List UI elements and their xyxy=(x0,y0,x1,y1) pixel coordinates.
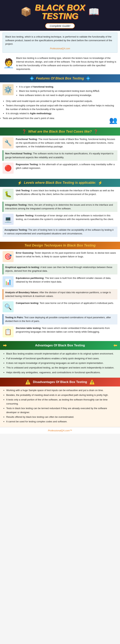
unit-desc: It uses black box testing to evaluate th… xyxy=(16,189,114,196)
levels-header: ⚡ Levels where Black Box Testing is appl… xyxy=(0,179,120,187)
warning-icon-2: ⚠️ xyxy=(89,380,95,385)
acceptance-title: Acceptance Testing: xyxy=(4,228,28,231)
regression-icon: 🔴 xyxy=(2,162,14,174)
intro-box: Black box testing, which is a critical t… xyxy=(2,32,118,52)
pairs-box: Testing in Pairs: Test case deploying al… xyxy=(2,314,118,324)
feature-bullet-1: It is a type of functional testing. xyxy=(19,85,100,89)
features-title: Features Of Black Box Testing xyxy=(36,76,84,80)
boundary-title: Analysis of Boundary Values: xyxy=(5,291,39,294)
header: 📦 BLACK BOX TESTING 📖 xyxy=(0,0,120,22)
regression-text: Regression Testing: In the aftermath of … xyxy=(16,162,118,170)
graphical-title: Graphical approach to testing: xyxy=(5,266,40,268)
header-subtitle: Complete Guide! xyxy=(45,23,75,28)
integration-box: Integration Testing: Here, the aim of te… xyxy=(2,202,118,212)
footer: ProfessionalQA.com™ xyxy=(0,427,120,434)
comparison-item: 🔍 Comparison testing: Test case borne ou… xyxy=(2,301,118,312)
arrow-right-icon: ⬅ xyxy=(114,343,117,348)
test-case-regression: 🔴 Regression Testing: In the aftermath o… xyxy=(2,162,118,174)
boundary-box: Analysis of Boundary Values: After the d… xyxy=(2,289,118,300)
advantages-section: Black Box testing enables smooth impleme… xyxy=(0,350,120,378)
levels-section: 🐛 Unit Testing: It uses black box testin… xyxy=(0,187,120,240)
decision-text: Decision table testing: Test cases which… xyxy=(16,326,118,334)
arrow-left-icon: ➡ xyxy=(3,343,6,348)
person-icon: 🧑‍💼 xyxy=(3,56,14,71)
features-section-header: 💠 Features Of Black Box Testing 💠 xyxy=(0,74,120,82)
main-container: 📦 BLACK BOX TESTING 📖 Complete Guide! Bl… xyxy=(0,0,120,434)
levels-title: Levels where Black Box Testing is applic… xyxy=(24,181,96,185)
disadvantage-1: Working with a huge Sample space of test… xyxy=(6,388,118,392)
comparison-icon: 🔍 xyxy=(2,301,14,312)
error-title: Error Guessing: xyxy=(16,252,34,254)
comparison-desc: Test case borne out of the comparison of… xyxy=(40,302,114,304)
equivalence-text: Equivalence partitioning: The test case … xyxy=(16,276,118,284)
functional-title: Functional Testing: xyxy=(16,138,38,140)
feature-bullet-3: Here software testers do not need in-dep… xyxy=(19,94,100,97)
design-title: Test Design Techniques In Black Box Test… xyxy=(24,244,96,248)
pairs-title: Testing in Pairs: xyxy=(5,316,24,319)
lightning-icon: ⚡ xyxy=(18,181,22,185)
comparison-text: Comparison testing: Test case borne out … xyxy=(16,301,114,305)
feature-bullet-6: It is strongly related to Agile methodol… xyxy=(6,112,118,115)
functional-text: Functional Testing: The most favoured mo… xyxy=(16,138,118,148)
advantage-2: Full knowledge of functional specificati… xyxy=(6,356,118,360)
error-text: Error Guessing: Tester depends on his pa… xyxy=(16,251,118,258)
disadvantages-section: Working with a huge Sample space of test… xyxy=(0,386,120,427)
system-text: System Testing: Knowledge of inner desig… xyxy=(16,214,118,221)
intro-source: ProfessionalQA.com xyxy=(5,47,115,50)
features-bottom: Only valid and invalid inputs are provid… xyxy=(2,99,118,115)
unit-icon: 🐛 xyxy=(2,189,14,200)
unit-text: Unit Testing: It uses black box testing … xyxy=(16,189,118,196)
feature-bullet-4: Only valid and invalid inputs are provid… xyxy=(6,99,118,103)
footer-text: ProfessionalQA.com™ xyxy=(48,429,72,432)
question-icon-2: ❓ xyxy=(94,129,98,134)
disadvantage-3: It tests only a small portion of the of … xyxy=(6,398,118,406)
equivalence-item: 📊 Equivalence partitioning: The test cas… xyxy=(2,276,118,287)
disadvantage-6: It cannot be used for testing complex co… xyxy=(6,420,118,424)
features-section: ⚙️ It is a type of functional testing. B… xyxy=(0,82,120,126)
main-title: BLACK BOX TESTING xyxy=(35,3,85,20)
unit-testing-item: 🐛 Unit Testing: It uses black box testin… xyxy=(2,189,118,200)
test-cases-header: ❓ What are the Black Box Test Cases like… xyxy=(0,128,120,136)
system-icon: 💻 xyxy=(2,214,14,225)
unit-title: Unit Testing: xyxy=(16,189,30,192)
feature-bullet-5: Testers thoroughly compare the actual ou… xyxy=(6,104,118,111)
disadvantage-2: Besides, the probability of meeting dead… xyxy=(6,393,118,397)
disadvantage-5: Results offered by black box testing can… xyxy=(6,415,118,419)
integration-title: Integration Testing: xyxy=(5,204,27,206)
disadvantage-4: Tests in black box testing can be termed… xyxy=(6,406,118,414)
graphical-box: Graphical approach to testing: A test ca… xyxy=(2,264,118,274)
diamond-icon-left: 💠 xyxy=(30,76,34,80)
feature-bullet-7: Tests are performed from the user's poin… xyxy=(2,116,107,120)
advantage-3: It does not require knowledge of program… xyxy=(6,361,118,365)
advantages-header: ➡ Advantages Of Black Box Testing ⬅ xyxy=(0,341,120,350)
advantages-title: Advantages Of Black Box Testing xyxy=(6,344,114,347)
equivalence-title: Equivalence partitioning: xyxy=(16,277,44,280)
lightning-icon-2: ⚡ xyxy=(98,181,102,185)
functional-icon: 🔧 xyxy=(2,138,14,148)
disadvantages-title: Disadvantages Of Black Box Testing xyxy=(33,380,87,384)
non-functional-title: Non Functional Testing: xyxy=(5,152,32,155)
error-icon: 🎯 xyxy=(2,251,14,262)
box-icon-left: 📦 xyxy=(20,6,32,17)
decision-icon: 📋 xyxy=(2,326,14,337)
features-row-1: ⚙️ It is a type of functional testing. B… xyxy=(2,84,118,98)
disadvantages-header: ⚠️ Disadvantages Of Black Box Testing ⚠️ xyxy=(0,378,120,386)
advantage-4: This is unbiased and unprejudiced testin… xyxy=(6,366,118,370)
intro-paragraph: 🧑‍💼 Black box testing is a software test… xyxy=(0,54,120,73)
regression-title: Regression Testing: xyxy=(16,163,38,166)
error-guessing-item: 🎯 Error Guessing: Tester depends on his … xyxy=(2,251,118,262)
system-testing-item: 💻 System Testing: Knowledge of inner des… xyxy=(2,214,118,225)
equivalence-icon: 📊 xyxy=(2,276,14,287)
decision-item: 📋 Decision table testing: Test cases whi… xyxy=(2,326,118,337)
intro-box-text: Black box testing, which is a critical t… xyxy=(5,35,115,46)
acceptance-box: Acceptance Testing: The aim of testing h… xyxy=(2,226,118,237)
test-case-functional: 🔧 Functional Testing: The most favoured … xyxy=(2,138,118,148)
intro-para-text: Black box testing is a software testing … xyxy=(16,56,117,71)
advantage-5: Helps identify any ambiguities, vaguenes… xyxy=(6,370,118,374)
test-cases-section: 🔧 Functional Testing: The most favoured … xyxy=(0,136,120,177)
advantage-1: Black Box testing enables smooth impleme… xyxy=(6,352,118,356)
features-icon-1: ⚙️ xyxy=(2,84,14,95)
features-text-1: It is a type of functional testing. Blac… xyxy=(16,84,100,98)
book-icon-right: 📖 xyxy=(88,6,100,17)
design-header: Test Design Techniques In Black Box Test… xyxy=(0,242,120,249)
